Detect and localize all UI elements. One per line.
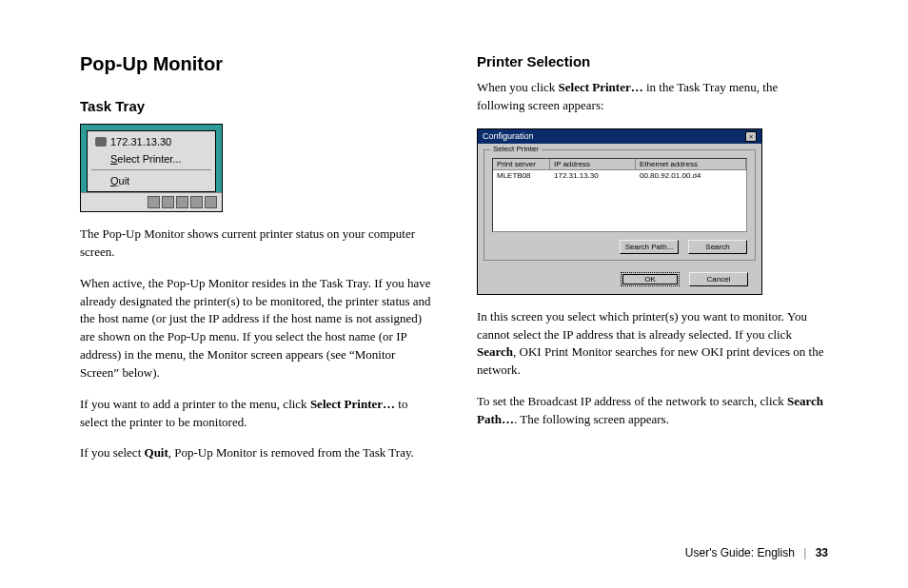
text: If you select: [80, 445, 145, 460]
footer-label: User's Guide: English: [685, 546, 795, 559]
task-tray-figure: 172.31.13.30 Select Printer... Quit: [80, 124, 223, 212]
tray-icon[interactable]: [190, 196, 203, 208]
menu-item-quit[interactable]: Quit: [88, 172, 215, 189]
para-quit: If you select Quit, Pop-Up Monitor is re…: [80, 444, 431, 462]
cell-ip: 172.31.13.30: [550, 170, 636, 181]
heading-printer-selection: Printer Selection: [477, 53, 828, 69]
popup-menu: 172.31.13.30 Select Printer... Quit: [87, 130, 216, 192]
right-column: Printer Selection When you click Select …: [477, 53, 828, 476]
tray-icon[interactable]: [148, 196, 160, 208]
bold-search: Search: [477, 344, 513, 359]
tray-icon[interactable]: [162, 196, 174, 208]
col-ip-address: IP address: [550, 159, 636, 169]
menu-item-ip-label: 172.31.13.30: [110, 136, 171, 147]
cell-eth: 00.80.92.01.00.d4: [636, 170, 746, 181]
group-button-row: Search Path... Search: [492, 240, 747, 254]
dialog-titlebar: Configuration ×: [478, 129, 761, 144]
text: , Pop-Up Monitor is removed from the Tas…: [168, 445, 414, 460]
para-select-printers: In this screen you select which printer(…: [477, 308, 828, 380]
bold-select-printer: Select Printer…: [310, 397, 395, 411]
col-print-server: Print server: [493, 159, 550, 169]
page-footer: User's Guide: English | 33: [685, 546, 828, 559]
menu-item-select-label: Select Printer...: [110, 153, 182, 165]
heading-popup-monitor: Pop-Up Monitor: [80, 53, 431, 75]
para-add-printer: If you want to add a printer to the menu…: [80, 396, 431, 432]
menu-item-quit-label: Quit: [110, 175, 129, 186]
select-printer-group: Select Printer Print server IP address E…: [484, 149, 756, 261]
tray-icon[interactable]: [205, 196, 217, 208]
ok-button[interactable]: OK: [621, 272, 680, 286]
text: , OKI Print Monitor searches for new OKI…: [477, 344, 823, 377]
dialog-body: Select Printer Print server IP address E…: [478, 144, 761, 266]
para-broadcast: To set the Broadcast IP address of the n…: [477, 393, 828, 429]
bold-quit: Quit: [145, 445, 168, 460]
list-header: Print server IP address Ethernet address: [493, 159, 746, 170]
close-icon[interactable]: ×: [745, 131, 757, 142]
cancel-button[interactable]: Cancel: [689, 272, 748, 286]
para-resides: When active, the Pop-Up Monitor resides …: [80, 275, 431, 382]
menu-item-select-printer[interactable]: Select Printer...: [88, 150, 215, 167]
text: If you want to add a printer to the menu…: [80, 397, 310, 411]
dialog-bottom-row: OK Cancel: [478, 266, 761, 294]
search-path-button[interactable]: Search Path...: [620, 240, 679, 254]
group-label: Select Printer: [490, 145, 542, 153]
footer-separator: |: [803, 546, 806, 559]
search-button[interactable]: Search: [688, 240, 747, 254]
text: . The following screen appears.: [514, 412, 669, 426]
page-columns: Pop-Up Monitor Task Tray 172.31.13.30 Se…: [80, 53, 828, 476]
system-tray-strip: [81, 192, 222, 211]
text: To set the Broadcast IP address of the n…: [477, 394, 787, 408]
teal-background: 172.31.13.30 Select Printer... Quit: [81, 125, 222, 192]
menu-item-ip[interactable]: 172.31.13.30: [88, 133, 215, 150]
printer-list[interactable]: Print server IP address Ethernet address…: [492, 158, 747, 232]
text: When you click: [477, 80, 559, 94]
col-ethernet-address: Ethernet address: [636, 159, 746, 169]
menu-divider: [91, 169, 211, 170]
heading-task-tray: Task Tray: [80, 98, 431, 114]
list-row[interactable]: MLETB08 172.31.13.30 00.80.92.01.00.d4: [493, 170, 746, 181]
page-number: 33: [816, 546, 828, 559]
bold-select-printer: Select Printer…: [559, 80, 643, 94]
dialog-title: Configuration: [483, 131, 534, 141]
left-column: Pop-Up Monitor Task Tray 172.31.13.30 Se…: [80, 53, 431, 476]
para-when-click: When you click Select Printer… in the Ta…: [477, 79, 828, 115]
cell-server: MLETB08: [493, 170, 550, 181]
tray-icon[interactable]: [176, 196, 188, 208]
para-intro: The Pop-Up Monitor shows current printer…: [80, 225, 431, 262]
configuration-dialog: Configuration × Select Printer Print ser…: [477, 128, 762, 295]
text: In this screen you select which printer(…: [477, 309, 807, 342]
